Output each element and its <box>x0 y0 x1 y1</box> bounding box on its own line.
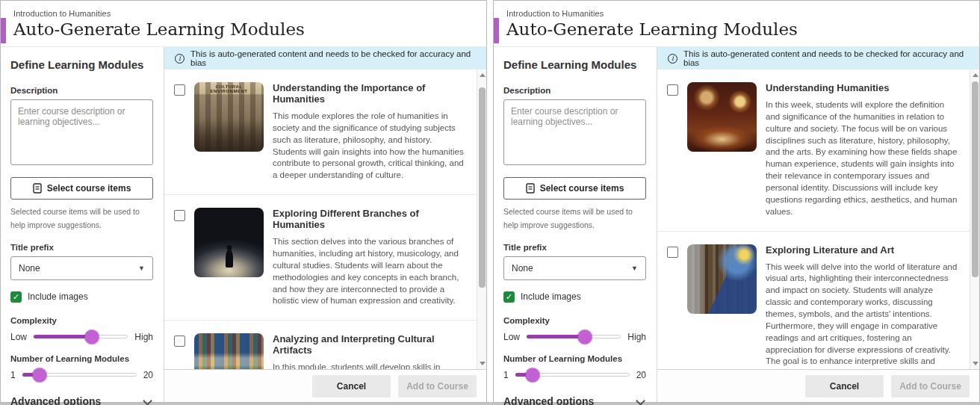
chevron-down-icon: ▼ <box>138 265 145 272</box>
cancel-button[interactable]: Cancel <box>805 375 884 398</box>
module-image-banner-text: CULTURAL ENVIRONMENT <box>199 84 259 93</box>
module-title: Exploring Literature and Art <box>766 244 959 256</box>
complexity-slider-fill <box>34 335 91 338</box>
complexity-slider-fill <box>527 335 584 338</box>
description-input[interactable] <box>10 99 153 165</box>
cancel-button[interactable]: Cancel <box>312 375 391 398</box>
title-prefix-label: Title prefix <box>503 243 646 252</box>
include-images-label: Include images <box>28 291 88 302</box>
module-checkbox[interactable] <box>174 336 185 347</box>
ai-content-warning-banner: i This is auto-generated content and nee… <box>657 47 979 69</box>
define-modules-sidebar: Define Learning Modules Description Sele… <box>1 47 164 402</box>
module-title: Understanding Humanities <box>766 82 959 93</box>
num-modules-min-label: 1 <box>10 370 16 380</box>
advanced-options-label: Advanced options <box>10 395 101 405</box>
breadcrumb-course-name: Introduction to Humanities <box>506 9 967 18</box>
title-prefix-select[interactable]: None ▼ <box>503 256 646 280</box>
sidebar-heading: Define Learning Modules <box>503 58 646 71</box>
module-image: CULTURAL ENVIRONMENT <box>194 82 264 152</box>
module-checkbox[interactable] <box>667 84 678 96</box>
description-input[interactable] <box>503 99 646 165</box>
module-image <box>687 244 757 314</box>
module-title: Exploring Different Branches of Humaniti… <box>273 208 466 230</box>
advanced-options-label: Advanced options <box>503 395 594 405</box>
document-icon <box>526 183 535 194</box>
module-checkbox[interactable] <box>174 84 185 96</box>
title-prefix-label: Title prefix <box>10 243 153 252</box>
advanced-options-toggle[interactable]: Advanced options <box>503 395 646 405</box>
complexity-slider-thumb[interactable] <box>578 330 592 344</box>
module-description: This module explores the role of humanit… <box>273 111 466 182</box>
sidebar-heading: Define Learning Modules <box>10 58 153 71</box>
select-items-helper-text: Selected course items will be used to he… <box>503 205 646 232</box>
scroll-down-arrow[interactable] <box>480 362 486 365</box>
screenshot-stage: Introduction to Humanities Auto-Generate… <box>0 0 980 403</box>
select-items-helper-text: Selected course items will be used to he… <box>10 205 153 232</box>
vertical-scrollbar[interactable] <box>477 69 486 369</box>
module-description: This week will delve into the world of l… <box>766 262 959 369</box>
description-label: Description <box>503 86 646 95</box>
breadcrumb-course-name: Introduction to Humanities <box>13 9 474 18</box>
module-description: In this module, students will develop sk… <box>273 362 466 369</box>
include-images-label: Include images <box>521 291 581 302</box>
header-accent-bar <box>1 18 6 43</box>
complexity-high-label: High <box>134 332 153 342</box>
page-title: Auto-Generate Learning Modules <box>13 19 474 39</box>
title-prefix-select[interactable]: None ▼ <box>10 256 153 280</box>
module-checkbox[interactable] <box>667 247 678 258</box>
complexity-slider-thumb[interactable] <box>85 330 99 344</box>
banner-text: This is auto-generated content and needs… <box>190 49 476 67</box>
complexity-low-label: Low <box>10 332 27 342</box>
num-modules-label: Number of Learning Modules <box>10 354 153 363</box>
module-card: CULTURAL ENVIRONMENT Understanding the I… <box>164 69 477 194</box>
add-to-course-button[interactable]: Add to Course <box>891 375 970 398</box>
description-label: Description <box>10 86 153 95</box>
scroll-up-arrow[interactable] <box>973 73 979 77</box>
complexity-label: Complexity <box>10 316 153 325</box>
scroll-down-arrow[interactable] <box>973 362 979 365</box>
module-description: In this week, students will explore the … <box>766 99 959 218</box>
complexity-slider[interactable] <box>527 335 621 338</box>
dialog-footer: Cancel Add to Course <box>164 369 486 402</box>
vertical-scrollbar[interactable] <box>970 69 979 369</box>
module-description: This section delves into the various bra… <box>273 236 466 307</box>
advanced-options-toggle[interactable]: Advanced options <box>10 395 153 405</box>
checkbox-checked-icon[interactable]: ✓ <box>10 291 22 303</box>
module-image <box>194 333 264 369</box>
scrollbar-thumb[interactable] <box>972 81 979 277</box>
num-modules-min-label: 1 <box>503 370 509 380</box>
num-modules-slider-thumb[interactable] <box>526 368 540 382</box>
header-accent-bar <box>494 18 499 43</box>
include-images-checkbox-row[interactable]: ✓ Include images <box>503 291 646 303</box>
include-images-checkbox-row[interactable]: ✓ Include images <box>10 291 153 303</box>
module-title: Understanding the Importance of Humaniti… <box>273 82 466 105</box>
title-prefix-value: None <box>512 263 533 273</box>
num-modules-max-label: 20 <box>143 370 153 380</box>
scrollbar-thumb[interactable] <box>479 87 486 288</box>
select-course-items-button[interactable]: Select course items <box>10 177 153 200</box>
num-modules-slider-thumb[interactable] <box>33 368 47 382</box>
dialog-header: Introduction to Humanities Auto-Generate… <box>1 1 486 47</box>
banner-text: This is auto-generated content and needs… <box>683 49 969 67</box>
dialog-footer: Cancel Add to Course <box>657 369 979 402</box>
module-checkbox[interactable] <box>174 210 185 221</box>
add-to-course-button[interactable]: Add to Course <box>398 375 477 398</box>
module-image <box>194 208 264 277</box>
complexity-low-label: Low <box>503 332 520 342</box>
title-prefix-value: None <box>19 263 40 273</box>
auto-generate-dialog-left: Introduction to Humanities Auto-Generate… <box>0 0 487 403</box>
checkbox-checked-icon[interactable]: ✓ <box>503 291 515 303</box>
complexity-high-label: High <box>627 332 646 342</box>
num-modules-slider[interactable] <box>22 373 137 377</box>
num-modules-slider[interactable] <box>515 373 630 377</box>
info-icon: i <box>175 54 184 64</box>
select-course-items-button[interactable]: Select course items <box>503 177 646 200</box>
module-card: Understanding Humanities In this week, s… <box>657 69 970 231</box>
scroll-up-arrow[interactable] <box>480 73 486 77</box>
num-modules-label: Number of Learning Modules <box>503 354 646 363</box>
module-image <box>687 82 757 152</box>
chevron-down-icon <box>636 396 645 405</box>
chevron-down-icon: ▼ <box>631 265 638 272</box>
module-list: Understanding Humanities In this week, s… <box>657 69 979 369</box>
complexity-slider[interactable] <box>34 335 128 338</box>
